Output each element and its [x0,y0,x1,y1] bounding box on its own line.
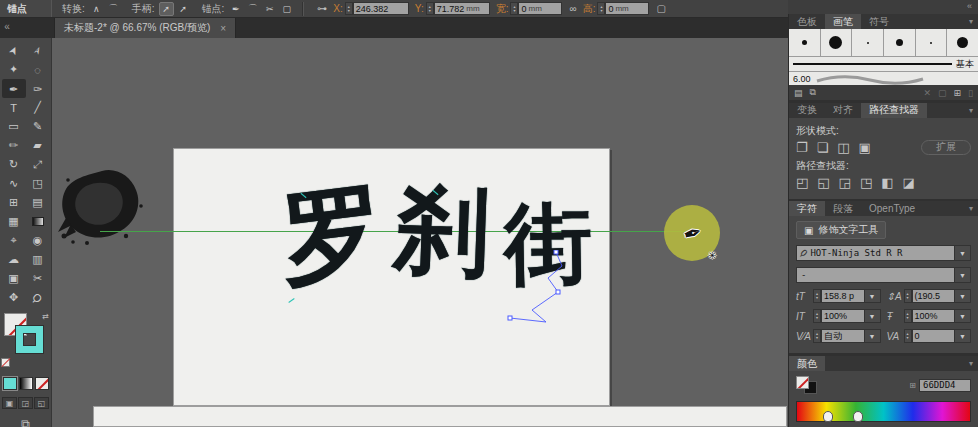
panel-menu-icon[interactable]: ▾ [969,356,978,371]
width-field[interactable]: 宽:▴▾0mm [496,2,563,16]
gradient-tool[interactable] [26,212,50,231]
stepper-down-icon[interactable]: ▾ [429,9,431,13]
tracking-field-dropdown-icon[interactable]: ▼ [955,329,971,343]
tab-transform[interactable]: 变换 [789,103,825,118]
font-style-combo[interactable]: - ▼ [796,267,971,283]
panel-menu-icon[interactable]: ▾ [969,14,978,29]
minus-front-button[interactable]: ❏ [817,140,829,155]
exclude-button[interactable]: ▣ [859,140,871,155]
default-fill-stroke-icon[interactable] [1,358,10,367]
touch-type-tool-button[interactable]: ▣ 修饰文字工具 [796,221,886,239]
tab-paragraph[interactable]: 段落 [825,201,861,216]
panel-menu-icon[interactable]: ▾ [969,201,978,216]
x-field-stepper[interactable]: ▴▾ [345,2,353,15]
intersect-button[interactable]: ◫ [837,140,849,155]
stepper-down-icon[interactable]: ▾ [816,316,818,320]
show-handles-button[interactable]: ➚ [159,2,174,16]
tracking-field-stepper[interactable]: ▴▾ [904,329,912,343]
pen-tool[interactable]: ✒ [2,79,26,98]
expand-button[interactable]: 扩展 [921,140,971,155]
ink-splatter-object[interactable] [56,166,148,250]
tab-symbols[interactable]: 符号 [861,14,897,29]
link-dimensions-icon[interactable]: ∞ [569,3,576,14]
pencil-tool[interactable]: ✏ [2,136,26,155]
height-field[interactable]: 高:▴▾0mm [583,2,650,16]
tab-swatches[interactable]: 色板 [789,14,825,29]
trim-button[interactable]: ◱ [817,175,829,190]
tab-pathfinder[interactable]: 路径查找器 [861,103,927,118]
convert-to-smooth-button[interactable]: ⌒ [106,2,121,16]
close-tab-icon[interactable]: × [220,23,226,34]
vertical-scale-field-value[interactable]: 100% [821,309,865,323]
artwork-char-2[interactable]: 刹 [392,181,491,280]
unite-button[interactable]: ❐ [796,140,808,155]
font-style-dropdown-icon[interactable]: ▼ [955,267,971,283]
height-field-stepper[interactable]: ▴▾ [597,2,605,15]
vertical-scale-field[interactable]: IT▴▾100%▼ [796,309,881,323]
leading-field-value[interactable]: (190.5 [912,289,956,303]
brush-options-icon[interactable]: ▢ [938,88,947,98]
stepper-down-icon[interactable]: ▾ [906,316,908,320]
brush-thumbnail[interactable] [947,29,978,56]
font-size-field[interactable]: tT▴▾158.8 p▼ [796,289,881,303]
x-field-value[interactable]: 246.382 [353,2,409,15]
symbol-sprayer-tool[interactable]: ☁ [2,250,26,269]
mesh-tool[interactable]: ▦ [2,212,26,231]
cut-path-button[interactable]: ✂ [262,2,277,16]
kerning-field-value[interactable]: 自动 [821,329,865,343]
libraries-panel-icon[interactable]: ⧉ [810,87,816,98]
artboard-secondary[interactable] [93,406,787,427]
draw-normal-mode-button[interactable]: ▣ [2,397,17,409]
new-brush-icon[interactable]: ⊞ [954,88,962,98]
draw-behind-mode-button[interactable]: ◲ [18,397,33,409]
stepper-down-icon[interactable]: ▾ [816,296,818,300]
width-tool[interactable]: ∿ [2,174,26,193]
convert-to-corner-button[interactable]: ∧ [89,2,104,16]
scale-tool[interactable]: ⤢ [26,155,50,174]
height-field-value[interactable]: 0mm [605,2,649,15]
slice-tool[interactable]: ✂ [26,269,50,288]
connect-path-button[interactable]: ⌒ [245,2,260,16]
spectrum-slider-thumb[interactable] [853,411,863,422]
delete-brush-icon[interactable]: ▯ [968,88,973,98]
screen-mode-button[interactable]: ⧉ [0,417,51,427]
hand-tool[interactable]: ✥ [2,288,26,307]
tab-color[interactable]: 颜色 [789,356,825,371]
stepper-down-icon[interactable]: ▾ [906,336,908,340]
x-field[interactable]: X:▴▾246.382 [333,2,408,15]
line-segment-tool[interactable]: ╱ [26,98,50,117]
stepper-down-icon[interactable]: ▾ [348,9,350,13]
brush-thumbnail[interactable] [852,29,883,56]
stepper-down-icon[interactable]: ▾ [513,9,515,13]
spectrum-slider-thumb[interactable] [823,411,833,422]
gradient-mode-button[interactable] [19,377,33,390]
font-family-dropdown-icon[interactable]: ▼ [955,245,971,261]
color-fill-stroke-indicator[interactable] [796,376,822,394]
width-field-value[interactable]: 0mm [518,2,562,15]
kerning-field-stepper[interactable]: ▴▾ [813,329,821,343]
blend-tool[interactable]: ◉ [26,231,50,250]
stepper-down-icon[interactable]: ▾ [906,296,908,300]
divide-button[interactable]: ◰ [796,175,808,190]
transform-box-icon[interactable]: ▢ [656,3,665,14]
font-size-field-stepper[interactable]: ▴▾ [813,289,821,303]
outline-button[interactable]: ◧ [881,175,893,190]
panel-menu-icon[interactable]: ▾ [969,103,978,118]
selection-tool[interactable]: ➤ [2,41,26,60]
magic-wand-tool[interactable]: ✦ [2,60,26,79]
color-spectrum-bar[interactable] [796,401,971,422]
merge-button[interactable]: ◲ [839,175,851,190]
font-size-field-value[interactable]: 158.8 p [821,289,865,303]
vertical-scale-field-stepper[interactable]: ▴▾ [813,309,821,323]
rotate-tool[interactable]: ↻ [2,155,26,174]
eyedropper-tool[interactable]: ⌖ [2,231,26,250]
tab-align[interactable]: 对齐 [825,103,861,118]
document-tab[interactable]: 未标题-2* @ 66.67% (RGB/预览) × [54,18,236,38]
perspective-grid-tool[interactable]: ▤ [26,193,50,212]
hide-handles-button[interactable]: ➚ [176,2,191,16]
stepper-down-icon[interactable]: ▾ [600,9,602,13]
dock-collapse-button[interactable]: « [967,1,972,11]
kerning-field-dropdown-icon[interactable]: ▼ [865,329,881,343]
remove-brush-stroke-icon[interactable]: ✕ [923,88,931,98]
free-transform-tool[interactable]: ◳ [26,174,50,193]
